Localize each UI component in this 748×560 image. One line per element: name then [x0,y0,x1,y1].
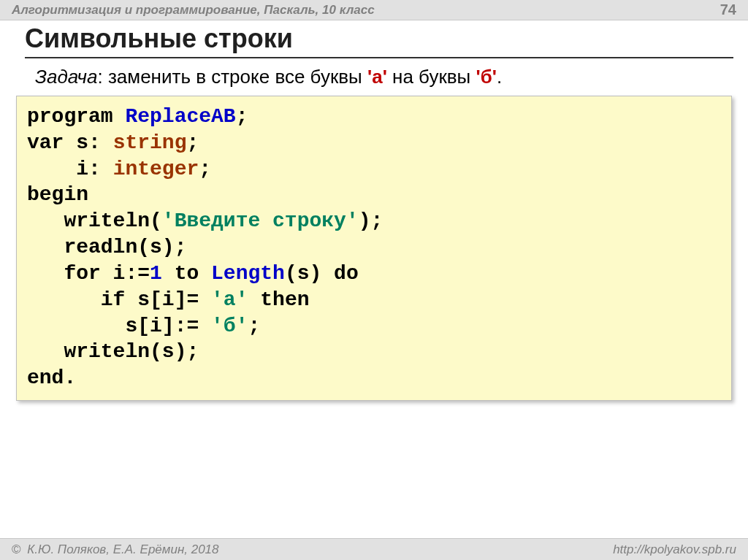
code: program ReplaceAB; var s: string; i: int… [27,104,721,391]
code-ident: ReplaceAB [125,105,235,128]
code-t: ; [236,105,248,128]
page-number: 74 [720,1,736,18]
code-t: ; [199,158,211,180]
code-t: if s[i]= [27,288,211,311]
course-label: Алгоритмизация и программирование, Паска… [12,3,375,18]
footer-bar: © К.Ю. Поляков, Е.А. Ерёмин, 2018 http:/… [0,538,748,560]
task-t3: . [497,66,502,88]
code-t: writeln(s); [27,340,199,363]
code-t: end. [27,367,76,389]
task-text: Задача: заменить в строке все буквы 'а' … [0,60,748,93]
task-char-b: 'б' [476,66,497,88]
code-type: integer [113,158,199,180]
code-t: var s: [27,131,113,154]
task-t2: на буквы [387,66,476,88]
header-bar: Алгоритмизация и программирование, Паска… [0,0,748,20]
code-t: program [27,105,125,128]
code-type: string [113,131,187,154]
code-t: ); [359,210,383,232]
code-t: then [248,288,309,311]
page-title: Символьные строки [25,23,733,54]
title-wrap: Символьные строки [0,20,748,60]
slide: Алгоритмизация и программирование, Паска… [0,0,748,560]
code-t: for i:= [27,262,150,285]
code-t: s[i]:= [27,315,211,337]
footer-url: http://kpolyakov.spb.ru [613,542,736,557]
footer-copyright: © К.Ю. Поляков, Е.А. Ерёмин, 2018 [12,542,219,557]
task-char-a: 'а' [367,66,387,88]
code-t: writeln( [27,210,162,232]
copyright-icon: © [12,542,21,556]
code-func: Length [211,262,285,285]
footer-copy-text: К.Ю. Поляков, Е.А. Ерёмин, 2018 [24,542,219,556]
code-t: to [162,262,211,285]
task-t1: заменить в строке все буквы [108,66,367,88]
code-str: 'Введите строку' [162,210,359,232]
title-rule [25,57,733,58]
code-str: 'б' [211,315,248,337]
code-t: readln(s); [27,236,186,258]
code-t: ; [186,131,199,154]
code-t: i: [27,158,113,180]
code-box: program ReplaceAB; var s: string; i: int… [16,96,732,401]
code-t: ; [248,315,260,337]
code-t: begin [27,183,88,206]
code-t: (s) do [285,262,359,285]
code-num: 1 [150,262,162,285]
task-sep: : [97,66,107,88]
task-label: Задача [35,66,97,88]
code-str: 'а' [211,288,248,311]
